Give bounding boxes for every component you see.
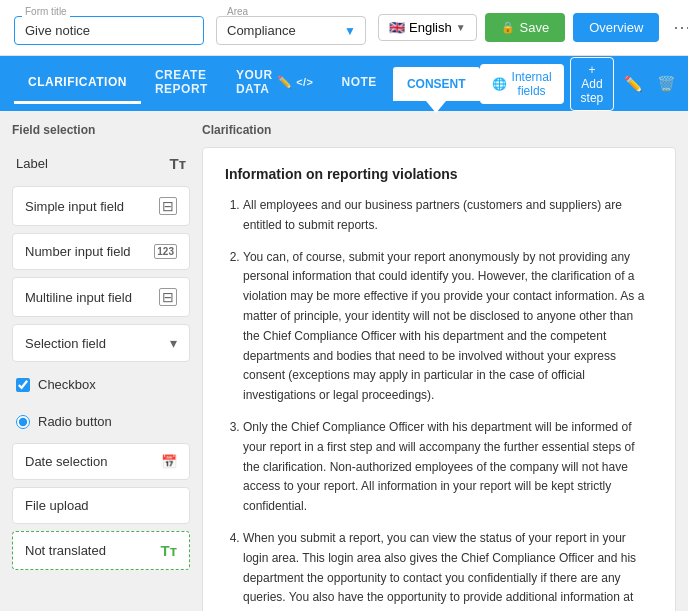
- multiline-field-icon: ⊟: [159, 288, 177, 306]
- clarification-title: Clarification: [202, 123, 676, 137]
- edit-tab-button[interactable]: ✏️: [620, 71, 647, 97]
- top-bar-right: 🇬🇧 English ▼ 🔒 Save Overview ···: [378, 13, 688, 42]
- language-button[interactable]: 🇬🇧 English ▼: [378, 14, 477, 41]
- language-label: English: [409, 20, 452, 35]
- radio-input[interactable]: [16, 415, 30, 429]
- tab-note-label: NOTE: [342, 75, 377, 89]
- field-item-file-upload-label: File upload: [25, 498, 89, 513]
- list-item: You can, of course, submit your report a…: [243, 248, 653, 406]
- overview-label: Overview: [589, 20, 643, 35]
- field-selection-title: Field selection: [12, 123, 190, 137]
- top-bar: Form title Area Compliance HR Legal Fina…: [0, 0, 688, 56]
- field-item-simple-input-label: Simple input field: [25, 199, 124, 214]
- checkbox-label: Checkbox: [38, 377, 96, 392]
- form-title-group: Form title: [14, 16, 204, 45]
- delete-tab-button[interactable]: 🗑️: [653, 71, 680, 97]
- number-field-icon: 123: [154, 244, 177, 259]
- tab-clarification-label: CLARIFICATION: [28, 75, 127, 89]
- edit-icon: ✏️: [277, 75, 293, 89]
- flag-icon: 🇬🇧: [389, 20, 405, 35]
- tab-consent-label: CONSENT: [407, 77, 466, 91]
- field-item-number-input-label: Number input field: [25, 244, 131, 259]
- tab-create-report[interactable]: CREATE REPORT: [141, 56, 222, 111]
- internal-fields-label: Internal fields: [512, 70, 552, 98]
- field-item-not-translated-label: Not translated: [25, 543, 106, 558]
- nav-right-buttons: 🌐 Internal fields + Add step ✏️ 🗑️: [480, 57, 681, 111]
- code-icon: </>: [296, 76, 313, 88]
- field-item-date-label: Date selection: [25, 454, 107, 469]
- internal-fields-button[interactable]: 🌐 Internal fields: [480, 64, 564, 104]
- clarification-panel: Clarification Information on reporting v…: [202, 123, 676, 611]
- tab-your-data-label: YOUR DATA: [236, 68, 273, 96]
- lock-icon: 🔒: [501, 21, 515, 34]
- field-item-simple-input[interactable]: Simple input field ⊟: [12, 186, 190, 226]
- add-step-button[interactable]: + Add step: [570, 57, 615, 111]
- globe-icon: 🌐: [492, 77, 507, 91]
- content-box: Information on reporting violations All …: [202, 147, 676, 611]
- field-selection-panel: Field selection Label Tт Simple input fi…: [12, 123, 190, 611]
- tab-consent[interactable]: CONSENT: [393, 67, 480, 101]
- field-item-file-upload[interactable]: File upload: [12, 487, 190, 524]
- field-item-date[interactable]: Date selection 📅: [12, 443, 190, 480]
- content-list: All employees and our business partners …: [225, 196, 653, 611]
- save-label: Save: [520, 20, 550, 35]
- field-item-number-input[interactable]: Number input field 123: [12, 233, 190, 270]
- overview-button[interactable]: Overview: [573, 13, 659, 42]
- tab-note[interactable]: NOTE: [328, 63, 391, 104]
- field-item-checkbox[interactable]: Checkbox: [12, 369, 190, 400]
- list-item: Only the Chief Compliance Officer with h…: [243, 418, 653, 517]
- field-item-radio[interactable]: Radio button: [12, 406, 190, 437]
- field-item-selection-label: Selection field: [25, 336, 106, 351]
- field-item-not-translated[interactable]: Not translated Tт: [12, 531, 190, 570]
- radio-label: Radio button: [38, 414, 112, 429]
- nav-tabs: CLARIFICATION CREATE REPORT YOUR DATA ✏️…: [0, 56, 688, 111]
- tab-clarification[interactable]: CLARIFICATION: [14, 63, 141, 104]
- more-button[interactable]: ···: [667, 13, 688, 42]
- arrow-down-indicator: [426, 101, 446, 113]
- tab-create-report-label: CREATE REPORT: [155, 68, 208, 96]
- field-item-label-text: Label: [16, 156, 48, 171]
- text-format-icon: Tт: [169, 155, 186, 172]
- main-content: Field selection Label Tт Simple input fi…: [0, 111, 688, 611]
- selection-field-icon: ▾: [170, 335, 177, 351]
- not-translated-icon: Tт: [160, 542, 177, 559]
- field-item-selection[interactable]: Selection field ▾: [12, 324, 190, 362]
- input-field-icon: ⊟: [159, 197, 177, 215]
- tab-your-data[interactable]: YOUR DATA ✏️ </>: [222, 56, 328, 111]
- calendar-icon: 📅: [161, 454, 177, 469]
- area-select[interactable]: Compliance HR Legal Finance: [216, 16, 366, 45]
- area-group: Area Compliance HR Legal Finance ▼: [216, 16, 366, 45]
- add-step-label: + Add step: [581, 63, 604, 105]
- list-item: All employees and our business partners …: [243, 196, 653, 236]
- field-item-multiline-input[interactable]: Multiline input field ⊟: [12, 277, 190, 317]
- field-item-label[interactable]: Label Tт: [12, 147, 190, 180]
- form-title-label: Form title: [22, 6, 70, 17]
- chevron-down-icon: ▼: [456, 22, 466, 33]
- form-title-input[interactable]: [14, 16, 204, 45]
- list-item: When you submit a report, you can view t…: [243, 529, 653, 611]
- field-item-multiline-label: Multiline input field: [25, 290, 132, 305]
- content-heading: Information on reporting violations: [225, 166, 653, 182]
- checkbox-input[interactable]: [16, 378, 30, 392]
- save-button[interactable]: 🔒 Save: [485, 13, 566, 42]
